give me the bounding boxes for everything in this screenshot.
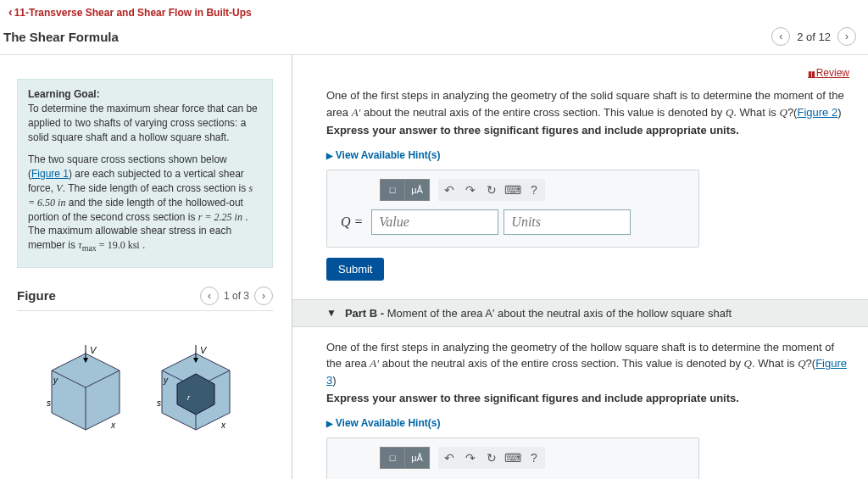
- page-indicator: 2 of 12: [797, 31, 831, 43]
- figure-next-button[interactable]: ›: [254, 287, 273, 305]
- svg-text:y: y: [163, 376, 169, 385]
- pb-Q2: Q: [798, 357, 805, 370]
- caret-down-icon: ▼: [326, 307, 337, 319]
- page-title: The Shear Formula: [3, 30, 119, 44]
- review-link[interactable]: Review: [808, 67, 849, 79]
- tool-template-button[interactable]: □: [380, 179, 405, 201]
- pb-text-e: ): [332, 374, 336, 387]
- undo-button[interactable]: ↶: [438, 179, 460, 201]
- pa-text-c: . What is: [733, 106, 779, 119]
- learning-goal-heading: Learning Goal:: [28, 88, 262, 100]
- pb-express: Express your answer to three significant…: [326, 390, 849, 407]
- redo-button[interactable]: ↷: [459, 179, 481, 201]
- pa-text-b: about the neutral axis of the entire cro…: [360, 106, 725, 119]
- pa-toolbar: □ μÅ ↶ ↷ ↻ ⌨ ?: [380, 179, 688, 201]
- figure-2-link[interactable]: Figure 2: [797, 106, 837, 119]
- help-button-b[interactable]: ?: [523, 447, 545, 469]
- pa-value-input[interactable]: [371, 209, 498, 235]
- pb-text-d: ?(: [806, 357, 816, 370]
- learning-goal-box: Learning Goal: To determine the maximum …: [17, 79, 273, 268]
- pa-text-e: ): [837, 106, 841, 119]
- pa-submit-button[interactable]: Submit: [326, 258, 384, 281]
- figure-1-link[interactable]: Figure 1: [31, 168, 69, 180]
- pb-toolbar: □ μÅ ↶ ↷ ↻ ⌨ ?: [380, 447, 688, 469]
- pa-hints-toggle[interactable]: View Available Hint(s): [326, 149, 849, 161]
- pb-Aprime: A′: [370, 357, 379, 370]
- pb-Q: Q: [744, 357, 752, 370]
- goal-p1: To determine the maximum shear force tha…: [28, 103, 258, 143]
- pa-express: Express your answer to three significant…: [326, 122, 849, 139]
- tool-symbols-button-b[interactable]: μÅ: [404, 447, 430, 469]
- keyboard-button-b[interactable]: ⌨: [502, 447, 524, 469]
- svg-text:V: V: [90, 345, 97, 355]
- pb-hints-toggle[interactable]: View Available Hint(s): [326, 417, 849, 429]
- tool-symbols-button[interactable]: μÅ: [404, 179, 430, 201]
- svg-text:y: y: [53, 376, 58, 385]
- breadcrumb-back[interactable]: 11-Transverse Shear and Shear Flow in Bu…: [8, 7, 252, 19]
- pa-Q2: Q: [779, 106, 787, 119]
- next-page-button[interactable]: ›: [837, 27, 856, 46]
- pa-units-input[interactable]: [504, 209, 631, 235]
- eq-tau-sub: max: [82, 244, 97, 253]
- figure-diagram: V y x s V y x s r: [17, 337, 273, 441]
- svg-text:x: x: [220, 421, 226, 430]
- pa-text-d: ?(: [787, 106, 798, 119]
- undo-button-b[interactable]: ↶: [438, 447, 460, 469]
- reset-button-b[interactable]: ↻: [481, 447, 503, 469]
- tool-template-button-b[interactable]: □: [380, 447, 405, 469]
- figure-heading: Figure: [17, 288, 56, 303]
- svg-text:s: s: [157, 398, 161, 408]
- help-button[interactable]: ?: [523, 179, 545, 201]
- goal-p2c: . The side length of each cross section …: [63, 182, 249, 194]
- svg-text:s: s: [47, 398, 51, 408]
- pa-Q: Q: [726, 106, 733, 119]
- goal-p2f: .: [140, 239, 146, 251]
- figure-pager: 1 of 3: [224, 290, 249, 302]
- keyboard-button[interactable]: ⌨: [502, 179, 524, 201]
- figure-prev-button[interactable]: ‹: [200, 287, 219, 305]
- pa-Aprime: A′: [352, 106, 361, 119]
- svg-text:x: x: [110, 421, 116, 430]
- prev-page-button[interactable]: ‹: [771, 27, 790, 46]
- var-V: V: [56, 182, 62, 194]
- part-b-header[interactable]: ▼ Part B - Moment of the area A′ about t…: [292, 299, 868, 327]
- pb-text-b: about the neutral axis of the entire cro…: [379, 357, 743, 370]
- pb-header-text: Moment of the area A′ about the neutral …: [387, 307, 732, 320]
- pb-header-pre: Part B -: [345, 307, 387, 320]
- reset-button[interactable]: ↻: [481, 179, 503, 201]
- redo-button-b[interactable]: ↷: [459, 447, 481, 469]
- eq-tau-val: = 19.0 ksi: [97, 239, 140, 251]
- eq-r: r = 2.25 in: [198, 211, 242, 223]
- svg-text:V: V: [200, 345, 208, 355]
- pb-text-c: . What is: [752, 357, 798, 370]
- pa-q-label: Q =: [337, 209, 366, 235]
